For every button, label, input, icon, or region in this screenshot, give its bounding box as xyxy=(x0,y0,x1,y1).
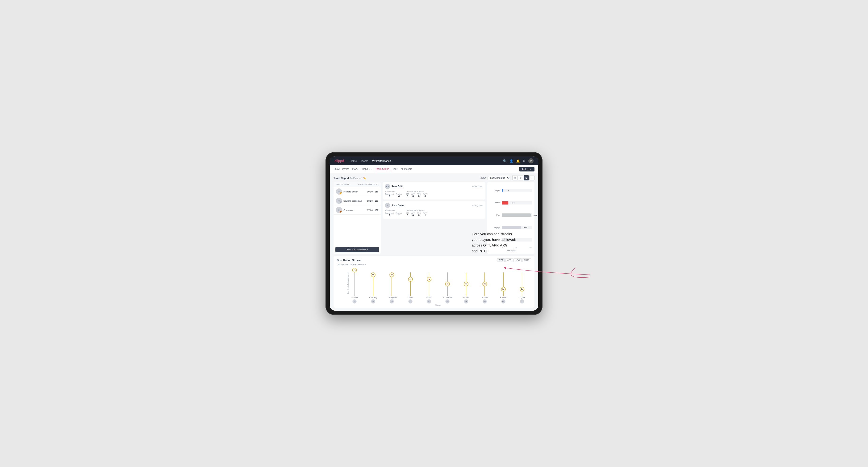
subnav: PGAT Players PGA Hcaps 1-5 Team Clippd T… xyxy=(330,165,538,173)
bar-value: 3 xyxy=(507,189,508,191)
player-name: Edward Crossman xyxy=(343,199,362,202)
view-full-leaderboard-button[interactable]: View Full Leaderboard xyxy=(335,247,379,252)
streak-name: D. Ford xyxy=(464,297,469,299)
subnav-all-players[interactable]: All Players xyxy=(401,167,412,171)
subnav-pgat[interactable]: PGAT Players xyxy=(334,167,349,171)
bar-row-birdies: Birdies 96 xyxy=(490,201,532,205)
bar-fill: 3 xyxy=(502,189,503,192)
user-icon[interactable]: 👤 xyxy=(509,159,513,163)
show-select[interactable]: Last 3 months xyxy=(488,176,510,180)
arg-stat: ARG 0 xyxy=(417,212,421,217)
streak-bubble: 3x xyxy=(501,287,506,291)
leaderboard-header: PLAYER NAME PB SCORE PB AVG SQ xyxy=(334,182,381,187)
avatar: C 3 xyxy=(336,207,342,213)
player-name: Cameron... xyxy=(343,209,354,211)
annotation-text: Here you can see streaks your players ha… xyxy=(472,231,528,254)
list-view-btn[interactable]: ≡ xyxy=(518,175,523,181)
arg-filter-btn[interactable]: ARG xyxy=(514,258,522,262)
stat-filter-buttons: OTT APP ARG PUTT xyxy=(497,258,531,262)
bell-icon[interactable]: 🔔 xyxy=(516,159,520,163)
subnav-team-clippd[interactable]: Team Clippd xyxy=(375,167,389,171)
streak-avatar: RB xyxy=(494,299,513,304)
streak-player-col: 3x C. Quick xyxy=(513,268,531,299)
nav-home[interactable]: Home xyxy=(350,159,356,162)
team-header: Team Clippd 14 Players ✏️ Show Last 3 mo… xyxy=(330,173,538,182)
streak-bubble: 5x xyxy=(408,277,413,282)
avatar: EE xyxy=(352,299,356,304)
add-team-button[interactable]: Add Team xyxy=(519,167,534,172)
streak-bubble: 3x xyxy=(520,287,524,291)
streak-title: Best Round Streaks xyxy=(337,259,362,261)
streak-avatar: MM xyxy=(475,299,494,304)
app-stat: APP 0 xyxy=(411,212,415,217)
x-axis-label: Players xyxy=(337,304,531,306)
putt-filter-btn[interactable]: PUTT xyxy=(522,258,531,262)
table-row: C 3 Cameron... 17/20 103 xyxy=(334,206,381,215)
player-card: JC Josh Coles 26 Aug 2023 Total Rounds xyxy=(382,201,486,219)
col-pb-avg: PB AVG SQ xyxy=(368,183,378,185)
rounds-sub-group: Tournament 8 Practice 4 xyxy=(385,193,402,198)
settings-icon[interactable]: ⚙ xyxy=(523,159,526,163)
streak-player-col: 7x E. Ewert xyxy=(345,268,364,299)
subnav-pga[interactable]: PGA xyxy=(352,167,358,171)
avatar: RB 1 xyxy=(336,188,342,195)
app-filter-btn[interactable]: APP xyxy=(505,258,513,262)
streak-line xyxy=(410,272,411,296)
player-score: 19/20 xyxy=(367,190,373,193)
avatar: DB xyxy=(390,299,394,304)
search-icon[interactable]: 🔍 xyxy=(503,159,507,163)
practice-activities-group: Total Practice Activities OTT 0 APP xyxy=(406,190,427,198)
bottom-header: Best Round Streaks OTT APP ARG PUTT xyxy=(337,258,531,262)
avatar[interactable]: U xyxy=(528,158,533,163)
player-info: EC 2 Edward Crossman xyxy=(336,198,367,204)
team-controls: Show Last 3 months ⊞ ≡ ▣ ↕ xyxy=(480,175,534,181)
streak-avatar: EC xyxy=(438,299,457,304)
nav-teams[interactable]: Teams xyxy=(361,159,368,162)
grid-view-btn[interactable]: ⊞ xyxy=(512,175,518,181)
streak-avatar: RB xyxy=(420,299,438,304)
navbar: clippd Home Teams My Performance 🔍 👤 🔔 ⚙… xyxy=(330,156,538,165)
show-label: Show xyxy=(480,177,486,179)
card-avatar: RB xyxy=(385,184,390,189)
streak-player-col: 6x B. McHerg xyxy=(364,268,382,299)
card-player-info: JC Josh Coles xyxy=(385,203,404,208)
ott-filter-btn[interactable]: OTT xyxy=(497,258,505,262)
streak-avatar: EE xyxy=(345,299,364,304)
putt-stat: PUTT 1 xyxy=(423,212,427,217)
streak-bubble: 4x xyxy=(445,282,450,286)
streak-name: B. McHerg xyxy=(369,297,377,299)
streak-bubble: 6x xyxy=(371,272,375,277)
col-player-name: PLAYER NAME xyxy=(336,183,358,185)
streak-name: C. Quick xyxy=(519,297,525,299)
subnav-tour[interactable]: Tour xyxy=(393,167,397,171)
streak-player-col: 4x E. Crossman xyxy=(438,268,457,299)
nav-my-performance[interactable]: My Performance xyxy=(372,159,391,162)
bar-track: 311 xyxy=(502,226,532,229)
bar-label: Eagles xyxy=(490,189,500,191)
streak-name: E. Ewert xyxy=(351,297,358,299)
nav-links: Home Teams My Performance xyxy=(350,159,503,162)
tournament-rounds: Tournament 8 xyxy=(385,193,394,198)
practice-rounds: Practice 2 xyxy=(396,212,402,217)
bar-row-bogeys: Bogeys 311 xyxy=(490,226,532,229)
subnav-hcaps[interactable]: Hcaps 1-5 xyxy=(361,167,372,171)
card-header: JC Josh Coles 26 Aug 2023 xyxy=(385,203,483,208)
table-view-btn[interactable]: ↕ xyxy=(529,175,534,181)
arg-stat: ARG 0 xyxy=(417,193,421,198)
streak-bubble: 6x xyxy=(390,272,394,277)
card-player-name: Rees Britt xyxy=(392,185,403,188)
practice-activities-group: Total Practice Activities OTT 0 APP xyxy=(406,210,427,217)
tournament-rounds: Tournament 7 xyxy=(385,212,394,217)
bar-fill: 96 xyxy=(502,201,508,205)
nav-actions: 🔍 👤 🔔 ⚙ U xyxy=(503,158,533,163)
card-player-info: RB Rees Britt xyxy=(385,184,403,189)
player-card: RB Rees Britt 02 Sep 2023 Total Rounds xyxy=(382,182,486,199)
chart-subtitle: Off The Tee, Fairway Accuracy xyxy=(337,263,531,266)
streak-bubble: 5x xyxy=(427,277,431,282)
card-view-btn[interactable]: ▣ xyxy=(524,175,529,181)
ott-stat: OTT 0 xyxy=(406,193,409,198)
total-rounds-group: Total Rounds Tournament 8 Practice xyxy=(385,190,402,198)
card-header: RB Rees Britt 02 Sep 2023 xyxy=(385,184,483,189)
streak-name: R. Butler xyxy=(500,297,506,299)
logo: clippd xyxy=(335,159,344,163)
